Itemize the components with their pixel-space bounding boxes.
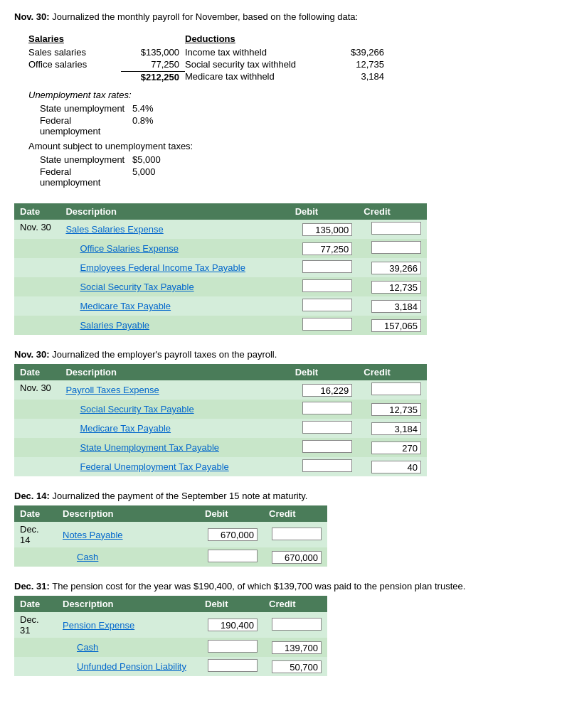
j3-debit-0: 670,000 [199,522,263,547]
journal4-row-1: Cash 139,700 [14,638,327,657]
unemp-subj-federal-val: 5,000 [132,166,196,188]
ded-val-1: 12,735 [327,59,384,70]
j4-credit-input-0[interactable] [272,618,322,631]
j1-debit-input-1[interactable]: 77,250 [302,242,352,255]
j3-debit-input-1[interactable] [208,550,258,562]
journal3-debit-header: Debit [199,505,263,522]
j1-link-0[interactable]: Sales Salaries Expense [65,224,163,235]
j1-date-1 [14,239,60,258]
journal1-row-5: Salaries Payable 157,065 [14,316,427,335]
j2-link-1[interactable]: Social Security Tax Payable [80,404,193,414]
journal2-label: Nov. 30: Journalized the employer's payr… [14,349,548,360]
j2-debit-1 [290,400,359,419]
j1-debit-input-3[interactable] [302,279,352,292]
j4-credit-1: 139,700 [263,638,327,657]
j1-credit-input-5[interactable]: 157,065 [371,319,421,332]
j2-debit-input-4[interactable] [302,459,352,472]
j4-desc-2: Unfunded Pension Liability [57,657,199,676]
j1-link-3[interactable]: Social Security Tax Payable [80,282,193,292]
j2-link-3[interactable]: State Unemployment Tax Payable [80,442,219,453]
payroll-data-section: Salaries Deductions Sales salaries $135,… [14,33,548,188]
j1-debit-input-5[interactable] [302,318,352,331]
j2-credit-input-4[interactable]: 40 [371,461,421,473]
journal4-date-header: Date [14,596,57,612]
j1-link-5[interactable]: Salaries Payable [80,320,149,331]
j2-link-4[interactable]: Federal Unemployment Tax Payable [80,461,228,472]
unemp-subj-federal-label: Federal unemployment [40,166,132,188]
deductions-header: Deductions [185,33,327,44]
journal1-desc-header: Description [60,203,289,220]
j2-link-0[interactable]: Payroll Taxes Expense [65,385,159,395]
j3-link-1[interactable]: Cash [77,552,98,562]
j1-debit-input-4[interactable] [302,299,352,311]
unemp-state-label: State unemployment [40,103,132,114]
j3-link-0[interactable]: Notes Payable [63,530,123,540]
unemp-rate-state: State unemployment 5.4% [28,103,548,114]
j4-credit-input-1[interactable]: 139,700 [272,641,322,654]
j3-credit-input-1[interactable]: 670,000 [272,551,322,564]
j4-debit-input-1[interactable] [208,640,258,653]
j4-link-0[interactable]: Pension Expense [63,620,134,631]
journal3-prefix: Dec. 14: [14,491,50,501]
j4-credit-2: 50,700 [263,657,327,676]
j4-link-1[interactable]: Cash [77,642,98,653]
j2-credit-2: 3,184 [358,419,427,438]
salaries-header: Salaries [28,33,121,44]
j4-debit-input-0[interactable]: 190,400 [208,619,258,631]
j2-credit-input-3[interactable]: 270 [371,441,421,454]
unemp-rate-federal: Federal unemployment 0.8% [28,115,548,136]
sal-header-row: Salaries Deductions [28,33,548,44]
j4-debit-input-2[interactable] [208,659,258,672]
j1-credit-input-2[interactable]: 39,266 [371,262,421,274]
j3-credit-input-0[interactable] [272,528,322,540]
j4-link-2[interactable]: Unfunded Pension Liability [77,661,186,672]
j1-credit-input-3[interactable]: 12,735 [371,281,421,294]
sal-row-1: Office salaries 77,250 Social security t… [28,59,548,70]
sal-val-0: $135,000 [121,47,185,58]
j1-credit-input-0[interactable] [371,222,421,235]
j4-desc-0: Pension Expense [57,612,199,638]
j1-debit-input-0[interactable]: 135,000 [302,223,352,236]
journal2-credit-header: Credit [358,364,427,380]
j2-debit-4 [290,457,359,476]
journal-3-table: Date Description Debit Credit Dec. 14 No… [14,505,327,567]
j1-credit-input-1[interactable] [371,241,421,254]
j2-link-2[interactable]: Medicare Tax Payable [80,423,171,434]
j1-link-1[interactable]: Office Salaries Expense [80,243,179,254]
j2-debit-input-1[interactable] [302,402,352,414]
sal-val-1: 77,250 [121,59,185,70]
j4-credit-input-2[interactable]: 50,700 [272,660,322,673]
j1-credit-4: 3,184 [358,296,427,316]
j2-date-1 [14,400,60,419]
j1-date-4 [14,296,60,316]
j3-credit-0 [263,522,327,547]
intro-prefix: Nov. 30: [14,11,50,22]
j3-debit-input-0[interactable]: 670,000 [208,528,258,541]
j4-debit-0: 190,400 [199,612,263,638]
j4-desc-1: Cash [57,638,199,657]
journal1-row-1: Office Salaries Expense 77,250 [14,239,427,258]
j1-link-2[interactable]: Employees Federal Income Tax Payable [80,262,245,273]
j4-date-2 [14,657,57,676]
j2-debit-input-2[interactable] [302,421,352,434]
j1-debit-input-2[interactable] [302,260,352,273]
j2-debit-0: 16,229 [290,380,359,400]
j2-credit-input-2[interactable]: 3,184 [371,422,421,435]
j1-date-3 [14,277,60,296]
unemp-subj-federal: Federal unemployment 5,000 [28,166,548,188]
unemp-subj-state-val: $5,000 [132,154,196,165]
intro-paragraph: Nov. 30: Journalized the monthly payroll… [14,11,548,22]
unemp-rates-header: Unemployment tax rates: [28,90,548,100]
j2-debit-input-0[interactable]: 16,229 [302,384,352,397]
j1-debit-2 [290,258,359,277]
j2-debit-input-3[interactable] [302,440,352,453]
j2-date-0: Nov. 30 [14,380,60,400]
j2-desc-2: Medicare Tax Payable [60,419,289,438]
j2-credit-input-0[interactable] [371,382,421,395]
j1-debit-3 [290,277,359,296]
j1-link-4[interactable]: Medicare Tax Payable [80,301,171,311]
j2-credit-input-1[interactable]: 12,735 [371,403,421,416]
j1-credit-input-4[interactable]: 3,184 [371,300,421,313]
journal-4-table: Date Description Debit Credit Dec. 31 Pe… [14,596,327,676]
journal3-desc-header: Description [57,505,199,522]
